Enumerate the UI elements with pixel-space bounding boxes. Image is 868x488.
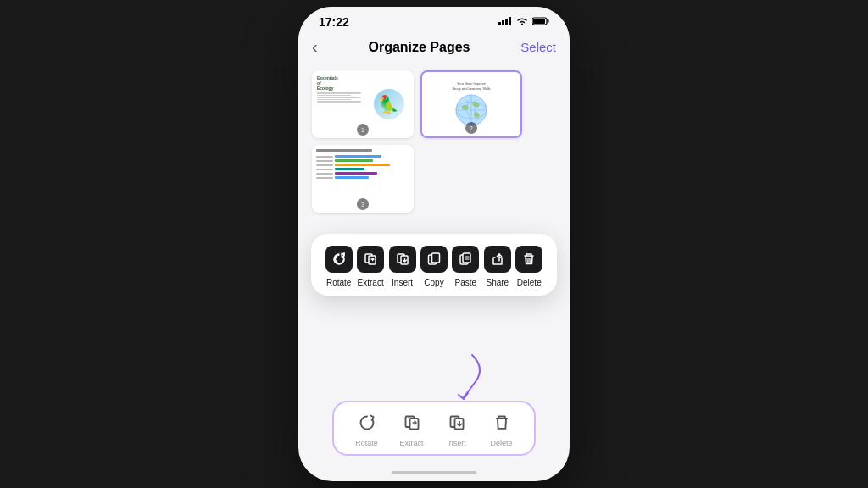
share-label: Share (486, 278, 509, 287)
wifi-icon (516, 17, 528, 27)
signal-icon (498, 17, 512, 27)
toolbar-item-extract[interactable]: Extract (356, 246, 384, 287)
ecology-line (317, 95, 351, 97)
floating-toolbar: Rotate Extract Insert (311, 234, 557, 296)
status-bar: 17:22 (298, 7, 570, 32)
ecology-line (317, 101, 361, 103)
home-indicator (392, 471, 476, 474)
data-title (316, 149, 372, 152)
bottom-delete-label: Delete (490, 439, 512, 447)
bottom-delete-icon (490, 411, 514, 435)
globe-text: Your Brain ImproveStudy and Learning Ski… (452, 81, 490, 90)
toolbar-item-delete[interactable]: Delete (515, 246, 543, 287)
bottom-toolbar-item-extract[interactable]: Extract (392, 411, 431, 447)
extract-label: Extract (358, 278, 384, 287)
svg-rect-6 (548, 19, 549, 23)
page-thumb-3[interactable]: 3 (312, 145, 414, 213)
nav-bar: ‹ Organize Pages Select (298, 32, 570, 64)
svg-rect-16 (431, 253, 439, 263)
back-button[interactable]: ‹ (312, 37, 318, 57)
bottom-rotate-label: Rotate (355, 439, 378, 447)
rotate-label: Rotate (326, 278, 351, 287)
pages-row-2: 3 (312, 145, 556, 213)
delete-label: Delete (517, 278, 542, 287)
delete-icon (515, 246, 542, 273)
bottom-insert-label: Insert (447, 439, 466, 447)
insert-label: Insert (392, 278, 413, 287)
svg-rect-3 (509, 17, 511, 25)
svg-rect-5 (533, 19, 545, 24)
bird-image: 🦜 (374, 89, 404, 119)
toolbar-item-share[interactable]: Share (483, 246, 511, 287)
bottom-extract-icon (400, 411, 424, 435)
extract-icon (357, 246, 384, 273)
phone-frame: 17:22 (298, 7, 570, 481)
toolbar-item-copy[interactable]: Copy (420, 246, 448, 287)
insert-icon (389, 246, 416, 273)
svg-rect-2 (505, 19, 508, 25)
page-number-3: 3 (357, 198, 369, 210)
toolbar-item-rotate[interactable]: Rotate (325, 246, 353, 287)
status-icons (498, 17, 549, 27)
svg-rect-1 (502, 20, 504, 25)
page-title: Organize Pages (368, 40, 470, 55)
pages-row-1: EssentialsofEcology 🦜 1 (312, 70, 556, 138)
bottom-extract-label: Extract (399, 439, 423, 447)
ecology-line (317, 99, 351, 101)
bottom-toolbar: Rotate Extract Insert (332, 401, 536, 456)
copy-icon (420, 246, 448, 273)
page-number-2: 2 (465, 122, 477, 134)
svg-rect-0 (498, 22, 501, 25)
bottom-toolbar-item-insert[interactable]: Insert (437, 411, 476, 447)
toolbar-item-insert[interactable]: Insert (388, 246, 416, 287)
toolbar-item-paste[interactable]: Paste (452, 246, 480, 287)
pages-area: EssentialsofEcology 🦜 1 (298, 64, 570, 219)
bottom-rotate-icon (355, 411, 379, 435)
page-thumb-2[interactable]: Your Brain ImproveStudy and Learning Ski… (420, 70, 522, 138)
select-button[interactable]: Select (520, 40, 556, 54)
paste-icon (452, 246, 479, 273)
bottom-toolbar-item-rotate[interactable]: Rotate (348, 411, 386, 447)
rotate-icon (326, 246, 353, 273)
ecology-line (317, 92, 361, 94)
copy-label: Copy (424, 278, 443, 287)
bottom-toolbar-item-delete[interactable]: Delete (482, 411, 520, 447)
ecology-line (317, 97, 361, 98)
status-time: 17:22 (319, 15, 349, 29)
battery-icon (532, 17, 549, 27)
svg-rect-20 (409, 419, 418, 430)
ecology-title: EssentialsofEcology (317, 75, 366, 91)
bottom-insert-icon (445, 411, 469, 435)
svg-rect-18 (463, 253, 470, 263)
paste-label: Paste (455, 278, 477, 287)
page-thumb-1[interactable]: EssentialsofEcology 🦜 1 (312, 70, 414, 138)
data-bars (316, 155, 409, 179)
svg-rect-12 (369, 256, 376, 264)
page-number-1: 1 (357, 124, 369, 136)
share-icon (484, 246, 511, 273)
arrow-decoration (447, 351, 489, 405)
